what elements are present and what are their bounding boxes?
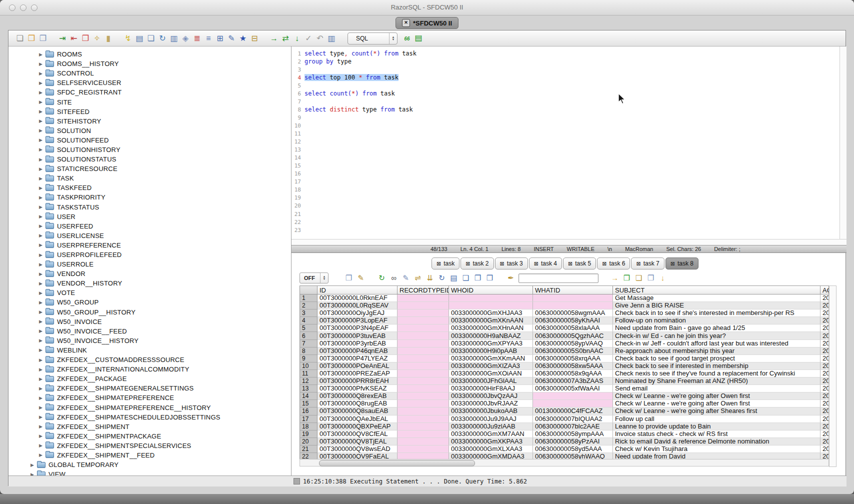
- table-row[interactable]: 300T3000000OiyJgEAJ0033000000GmXHJAA3006…: [300, 310, 829, 317]
- tree-item-taskfeed[interactable]: ▶TASKFEED: [8, 183, 291, 192]
- open-folder-icon[interactable]: ❒: [27, 34, 36, 44]
- sort-lines-icon[interactable]: ≡: [204, 34, 213, 44]
- table-row[interactable]: 1300T3000000PfvKSEAZ0033000000HirF8AAJ00…: [300, 385, 829, 392]
- table-vertical-scrollbar[interactable]: [829, 286, 836, 467]
- tab-sfdcw50[interactable]: ✕ *SFDCW50 II: [396, 17, 458, 29]
- tab-close-icon[interactable]: ⊠: [636, 261, 640, 266]
- save-grid-icon[interactable]: ❐: [646, 273, 655, 283]
- disclosure-triangle-icon[interactable]: ▶: [38, 405, 44, 410]
- tree-item-solutionstatus[interactable]: ▶SOLUTIONSTATUS: [8, 154, 291, 164]
- tree-item-site[interactable]: ▶SITE: [8, 97, 291, 106]
- tree-item-task[interactable]: ▶TASK: [8, 174, 291, 183]
- table-row[interactable]: 1500T3000000Q8rugEAB0033000000JbvRJAAZCh…: [300, 400, 829, 408]
- disclosure-triangle-icon[interactable]: ▶: [38, 100, 44, 104]
- tree-item-sitehistory[interactable]: ▶SITEHISTORY: [8, 116, 291, 126]
- tree-item-zkfedex__shipmatepreference__history[interactable]: ▶ZKFEDEX__SHIPMATEPREFERENCE__HISTORY: [8, 402, 291, 412]
- table-row[interactable]: 600T3000000P3tuvEAB0033000000H9aNBAAZ006…: [300, 332, 829, 340]
- commit-icon[interactable]: ✓: [304, 34, 313, 44]
- disclosure-triangle-icon[interactable]: ▶: [38, 414, 44, 420]
- disclosure-triangle-icon[interactable]: ▶: [38, 233, 44, 238]
- tree-item-zkfedex__customaddresssource[interactable]: ▶ZKFEDEX__CUSTOMADDRESSSOURCE: [8, 355, 291, 364]
- table-row[interactable]: 2100T3000000QV8wsEAD0033000000GmXLXAA300…: [300, 446, 829, 453]
- disclosure-triangle-icon[interactable]: ▶: [38, 386, 44, 391]
- disclosure-triangle-icon[interactable]: ▶: [38, 443, 44, 448]
- table-row[interactable]: 500T3000000P3N4pEAF0033000000GmXHnAAN006…: [300, 324, 829, 332]
- tab-close-icon[interactable]: ⊠: [602, 261, 606, 266]
- off-dropdown[interactable]: OFF ▲▼: [300, 272, 328, 284]
- notebook-icon[interactable]: ▥: [170, 34, 178, 44]
- view-results-icon[interactable]: ∞: [390, 273, 398, 283]
- save-results-icon[interactable]: ❐: [344, 273, 353, 283]
- result-tab-task-6[interactable]: ⊠task 6: [597, 258, 630, 270]
- tree-item-userrole[interactable]: ▶USERROLE: [8, 260, 291, 269]
- disclosure-triangle-icon[interactable]: ▶: [38, 434, 44, 438]
- disconnect-db-icon[interactable]: ⇤: [70, 34, 78, 44]
- result-tab-task-2[interactable]: ⊠task 2: [460, 258, 494, 270]
- disclosure-triangle-icon[interactable]: ▶: [38, 128, 44, 133]
- table-row[interactable]: 1200T3000000PRR8rEAH0033000000JFhGlAAL00…: [300, 378, 829, 385]
- go-search-icon[interactable]: →: [610, 273, 619, 283]
- tree-item-view[interactable]: ▶VIEW: [8, 470, 291, 476]
- sql-editor[interactable]: 1select type, count(*) from task2group b…: [292, 46, 846, 245]
- copy-table-icon[interactable]: ❒: [486, 273, 494, 283]
- table-hscroll-thumb[interactable]: [319, 460, 475, 466]
- disclosure-triangle-icon[interactable]: ▶: [38, 367, 44, 372]
- copy-results-icon[interactable]: ❐: [474, 273, 482, 283]
- tree-item-zkfedex__shipmategeneralsettings[interactable]: ▶ZKFEDEX__SHIPMATEGENERALSETTINGS: [8, 384, 291, 393]
- disclosure-triangle-icon[interactable]: ▶: [38, 338, 44, 343]
- tab-close-icon[interactable]: ✕: [402, 19, 410, 27]
- table-row[interactable]: 700T3000000P3yrbEAB0033000000GmXPYAA3006…: [300, 340, 829, 348]
- table-row[interactable]: 1100T3000000PREZaEAP0033000000GmXOiAAN00…: [300, 370, 829, 378]
- table-row[interactable]: 100T3000000L0RknEAFGet Massage200: [300, 294, 829, 302]
- table-row[interactable]: 400T3000000P3LopEAF0033000000GmXKnAAN006…: [300, 317, 829, 324]
- checklist-icon[interactable]: ▤: [135, 34, 144, 44]
- favorites-icon[interactable]: ★: [238, 34, 248, 44]
- disclosure-triangle-icon[interactable]: ▶: [38, 157, 44, 162]
- history-doc-icon[interactable]: ▥: [327, 34, 336, 44]
- tab-close-icon[interactable]: ⊠: [500, 261, 504, 266]
- table-horizontal-scrollbar[interactable]: [300, 459, 829, 466]
- disclosure-triangle-icon[interactable]: ▶: [38, 109, 44, 114]
- tree-item-solution[interactable]: ▶SOLUTION: [8, 126, 291, 136]
- bolt-icon[interactable]: ↯: [124, 34, 132, 44]
- stepper-arrows-icon[interactable]: ▲▼: [389, 33, 397, 44]
- tree-item-zkfedex__shipmentspecialservices[interactable]: ▶ZKFEDEX__SHIPMENTSPECIALSERVICES: [8, 441, 291, 450]
- column-header-rownum[interactable]: [300, 286, 318, 294]
- disclosure-triangle-icon[interactable]: ▶: [38, 71, 44, 76]
- stacked-list-icon[interactable]: ≣: [192, 34, 202, 44]
- result-tab-task-5[interactable]: ⊠task 5: [563, 258, 596, 270]
- tree-item-zkfedex__internationalcommodity[interactable]: ▶ZKFEDEX__INTERNATIONALCOMMODITY: [8, 364, 291, 374]
- primary-key-icon[interactable]: ✒: [506, 273, 515, 283]
- disclosure-triangle-icon[interactable]: ▶: [38, 290, 44, 296]
- tree-item-vendor[interactable]: ▶VENDOR: [8, 269, 291, 278]
- copy-stop-icon[interactable]: ❐: [81, 34, 90, 44]
- table-row[interactable]: 1400T3000000Q8rexEAB0033000000JbvQzAAJCh…: [300, 392, 829, 400]
- tree-item-userpreference[interactable]: ▶USERPREFERENCE: [8, 240, 291, 250]
- disclosure-triangle-icon[interactable]: ▶: [38, 358, 44, 362]
- table-row[interactable]: 1000T3000000POeAnEAL0033000000GmXIZAA300…: [300, 362, 829, 370]
- disclosure-triangle-icon[interactable]: ▶: [38, 138, 44, 142]
- tree-item-zkfedex__shipmatepreference[interactable]: ▶ZKFEDEX__SHIPMATEPREFERENCE: [8, 393, 291, 402]
- table-row[interactable]: 1800T3000000QBXPeEAP0033000000Ju9zlAAB00…: [300, 423, 829, 430]
- table-row[interactable]: 200T3000000L0RqSEAVGive Jenn a BIG RAISE…: [300, 302, 829, 310]
- db-cylinder-icon[interactable]: ▮: [104, 34, 113, 44]
- book-icon[interactable]: ◈: [181, 34, 190, 44]
- disclosure-triangle-icon[interactable]: ▶: [38, 252, 44, 258]
- tree-item-rooms[interactable]: ▶ROOMS: [8, 50, 291, 59]
- tree-item-solutionhistory[interactable]: ▶SOLUTIONHISTORY: [8, 145, 291, 154]
- off-stepper-icon[interactable]: ▲▼: [320, 273, 328, 283]
- describe-table-icon[interactable]: ▤: [414, 33, 423, 43]
- disclosure-triangle-icon[interactable]: ▶: [38, 80, 44, 86]
- split-view-icon[interactable]: ⇌: [414, 273, 422, 283]
- disclosure-triangle-icon[interactable]: ▶: [38, 328, 44, 334]
- tree-item-zkfedex__package[interactable]: ▶ZKFEDEX__PACKAGE: [8, 374, 291, 384]
- edit-line-icon[interactable]: ✎: [227, 34, 236, 44]
- export-results-icon[interactable]: ❒: [622, 273, 631, 283]
- tree-item-zkfedex__shipment[interactable]: ▶ZKFEDEX__SHIPMENT: [8, 422, 291, 432]
- new-db-object-icon[interactable]: ✧: [92, 34, 102, 44]
- disclosure-triangle-icon[interactable]: ▶: [38, 319, 44, 324]
- tree-item-staticresource[interactable]: ▶STATICRESOURCE: [8, 164, 291, 174]
- tree-item-global temporary[interactable]: ▶GLOBAL TEMPORARY: [8, 460, 291, 470]
- tab-close-icon[interactable]: ⊠: [568, 261, 572, 266]
- result-tab-task-3[interactable]: ⊠task 3: [495, 258, 528, 270]
